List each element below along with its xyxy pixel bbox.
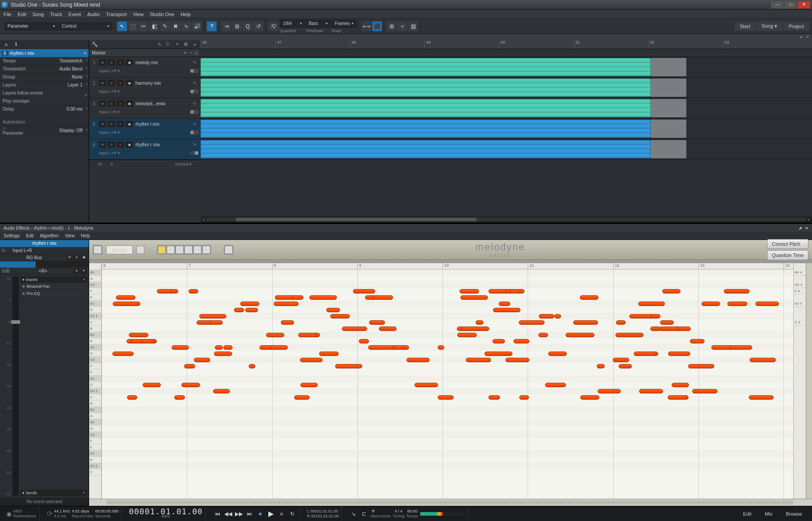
ch-mute[interactable]: M (66, 255, 73, 260)
note-blob[interactable] (181, 383, 200, 387)
loop-button[interactable]: ↻ (288, 509, 297, 518)
perf-link[interactable]: Performance (13, 514, 37, 519)
track-mute[interactable]: M (99, 80, 106, 86)
param-radio[interactable]: ○ Parameter (0, 126, 27, 136)
layers-dropdown[interactable]: Layer 1 (40, 83, 89, 87)
track-mute[interactable]: M (99, 59, 106, 66)
detach-icon[interactable]: ⬈ (800, 35, 803, 39)
track-monitor-toggle[interactable] (190, 151, 199, 155)
note-blob[interactable] (394, 345, 404, 350)
grid-button[interactable]: ⊞ (387, 21, 397, 31)
note-blob[interactable] (373, 295, 393, 300)
note-blob[interactable] (245, 308, 258, 312)
piano-key[interactable]: Gb (89, 282, 101, 288)
track-record[interactable]: ● (117, 141, 124, 148)
play-button[interactable]: ▶ (267, 509, 275, 518)
add-track-icon[interactable]: + (192, 41, 198, 48)
track-name[interactable]: melody mix (135, 60, 191, 65)
note-blob[interactable] (275, 295, 294, 300)
note-grid[interactable]: 67891011121314 (102, 263, 793, 499)
note-blob[interactable] (566, 333, 595, 337)
note-blob[interactable] (249, 364, 255, 368)
note-blob[interactable] (234, 308, 244, 312)
note-blob[interactable] (194, 358, 210, 362)
note-blob[interactable] (519, 395, 529, 400)
h-scrollbar[interactable]: ◂ ▸ (201, 216, 812, 223)
note-blob[interactable] (294, 395, 310, 400)
audio-clip[interactable] (201, 140, 651, 158)
fx-menu-algorithm[interactable]: Algorithm (40, 233, 58, 238)
note-blob[interactable] (755, 302, 779, 306)
track-6[interactable]: 6MS●◉rhythm r mix∿Input L+R ▾ (89, 139, 201, 160)
project-button[interactable]: Project (783, 22, 809, 31)
note-blob[interactable] (634, 351, 656, 356)
restore-button[interactable]: ↺ (254, 21, 263, 31)
note-blob[interactable] (476, 320, 484, 325)
add-insert[interactable]: + (83, 277, 85, 282)
track-input[interactable]: Input L+R ▾ (99, 151, 188, 155)
waveform-icon[interactable]: ∿ (193, 80, 199, 86)
note-blob[interactable] (319, 351, 339, 356)
info-tool[interactable]: ? (207, 21, 217, 31)
note-blob[interactable] (131, 339, 143, 343)
global-mute[interactable]: M (98, 162, 102, 166)
quantize-dropdown[interactable]: 1/64 (280, 20, 305, 28)
mel-formant-tool[interactable]: ⇅ (176, 246, 184, 254)
snap-dropdown[interactable]: Frames (332, 20, 357, 28)
note-blob[interactable] (598, 389, 621, 393)
mel-sep-tool[interactable]: ✂ (202, 246, 210, 254)
audio-clip[interactable] (201, 120, 651, 138)
delay-value[interactable]: 0.00 ms (40, 107, 89, 112)
note-blob[interactable] (538, 333, 548, 337)
note-blob[interactable] (619, 364, 632, 368)
note-blob[interactable] (660, 320, 674, 325)
fx-menu-view[interactable]: View (65, 233, 75, 238)
note-blob[interactable] (639, 389, 663, 393)
note-blob[interactable] (215, 345, 223, 350)
track-solo[interactable]: S (108, 80, 115, 86)
note-blob[interactable] (668, 351, 690, 356)
pan-slider[interactable] (0, 261, 89, 268)
note-blob[interactable] (174, 395, 185, 400)
menu-audio[interactable]: Audio (87, 12, 100, 17)
track-1[interactable]: 1MS●◉melody mix∿Input L+R ▾ (89, 57, 201, 78)
note-blob[interactable] (335, 364, 362, 368)
note-blob[interactable] (112, 351, 133, 356)
piano-key[interactable]: F (89, 288, 101, 294)
snap-button[interactable]: ⊞ (232, 21, 242, 31)
piano-key[interactable]: B (89, 401, 101, 407)
ch-mon[interactable]: ◉ (81, 255, 87, 260)
note-blob[interactable] (326, 308, 340, 312)
track-name[interactable]: rhythm l mix (135, 122, 191, 127)
track-name[interactable]: melodyd...emix (135, 101, 191, 106)
note-blob[interactable] (342, 327, 368, 331)
note-blob[interactable] (519, 320, 545, 325)
piano-key[interactable]: E (89, 444, 101, 451)
display-dropdown[interactable]: Display: Off (27, 128, 89, 133)
minimize-button[interactable]: — (771, 1, 783, 8)
transport-time[interactable]: 00001.01.01.00 (129, 509, 203, 514)
piano-key[interactable]: Eb (89, 301, 101, 307)
note-blob[interactable] (668, 395, 687, 400)
track-input[interactable]: Input L+R ▾ (99, 89, 188, 94)
note-blob[interactable] (580, 395, 599, 400)
marker-add[interactable]: + (184, 50, 187, 55)
fx-menu-help[interactable]: Help (81, 233, 90, 238)
iq-button[interactable]: IQ (268, 22, 279, 31)
rewind-button[interactable]: ⏮ (213, 509, 222, 518)
waveform-icon[interactable]: ∿ (193, 59, 199, 66)
piano-key[interactable]: F (89, 438, 101, 444)
piano-key[interactable]: Gb (89, 357, 101, 363)
fx-menu-settings[interactable]: Settings (4, 233, 20, 238)
browse-view-button[interactable]: Browse (779, 509, 808, 518)
piano-key[interactable]: C (89, 394, 101, 401)
track-solo[interactable]: S (108, 100, 115, 107)
range-tool[interactable]: ⬚ (128, 21, 138, 31)
note-blob[interactable] (727, 302, 747, 306)
menu-studio-one[interactable]: Studio One (150, 12, 174, 17)
insert-proeq[interactable]: Pro EQ (21, 290, 87, 297)
note-blob[interactable] (172, 345, 189, 350)
note-blob[interactable] (379, 327, 397, 331)
piano-key[interactable]: Db 4 (89, 313, 101, 319)
autopunch-icon[interactable]: ⊏ (360, 509, 369, 518)
